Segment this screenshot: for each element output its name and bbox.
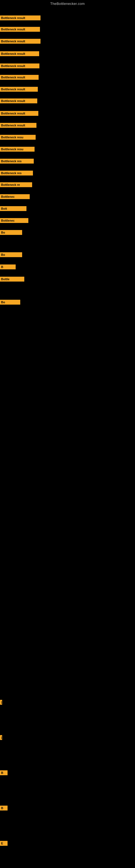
bottleneck-bar: Bott [0,206,27,211]
bottleneck-bar: Bottleneck result [0,98,37,103]
bottleneck-bar: Bottleneck result [0,87,38,92]
bottleneck-bar: | [0,700,2,705]
bottleneck-bar: Bottleneck result [0,16,41,20]
bottleneck-bar: Bottleneck result [0,27,40,32]
bottleneck-bar: Bottleneck resu [0,135,36,140]
bottleneck-bar: Bottleneck result [0,63,39,68]
bottleneck-bar: Bo [0,252,22,257]
bottleneck-bar: Bottle [0,277,24,282]
bottleneck-bar: | [0,735,2,740]
bottleneck-bar: Bottleneck re [0,182,32,187]
bottleneck-bar: Bottleneck result [0,111,38,116]
bottleneck-bar: B [0,265,16,269]
bottleneck-bar: E [0,841,8,846]
bottleneck-bar: Bottleneck res [0,159,34,163]
bottleneck-bar: B [0,806,8,810]
bottleneck-bar: Bottlenec [0,194,30,199]
bottleneck-bar: Bottleneck result [0,51,39,56]
bottleneck-bar: Bottlenec [0,218,28,223]
bottleneck-bar: Bottleneck result [0,123,37,128]
bottleneck-bar: Bo [0,300,20,305]
bottleneck-bar: Bottleneck result [0,75,39,80]
bottleneck-bar: B [0,770,8,775]
bottleneck-bar: Bottleneck resu [0,147,35,152]
site-title: TheBottlenecker.com [0,0,135,7]
bottleneck-bar: Bottleneck res [0,170,33,176]
bottleneck-bar: Bo [0,230,22,235]
bottleneck-bar: Bottleneck result [0,39,41,44]
